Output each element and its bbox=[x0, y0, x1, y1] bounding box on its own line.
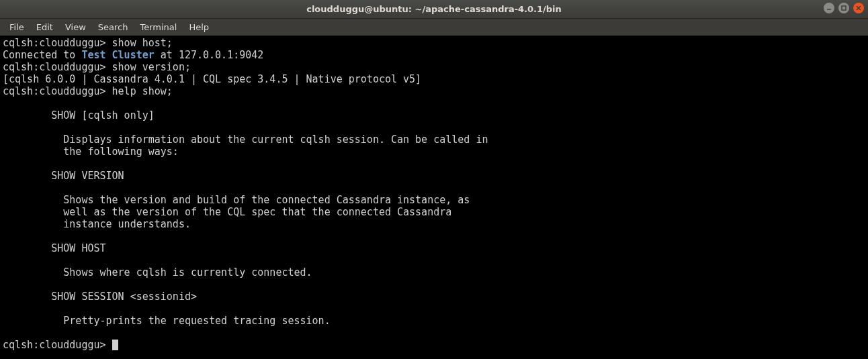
prompt: cqlsh:cloudduggu> bbox=[3, 37, 112, 49]
minimize-icon[interactable] bbox=[824, 3, 834, 13]
terminal-area[interactable]: cqlsh:cloudduggu> show host; Connected t… bbox=[0, 36, 868, 359]
command-text: show version; bbox=[112, 61, 191, 73]
terminal-line: cqlsh:cloudduggu> show host; bbox=[3, 37, 865, 49]
terminal-line: Pretty-prints the requested tracing sess… bbox=[3, 315, 865, 327]
window-controls bbox=[824, 3, 864, 13]
terminal-line: cqlsh:cloudduggu> help show; bbox=[3, 85, 865, 97]
close-icon[interactable] bbox=[853, 3, 864, 13]
terminal-line: the following ways: bbox=[3, 146, 865, 158]
menubar: File Edit View Search Terminal Help bbox=[0, 19, 868, 36]
terminal-line bbox=[3, 303, 865, 315]
terminal-line bbox=[3, 158, 865, 170]
prompt: cqlsh:cloudduggu> bbox=[3, 61, 112, 73]
menu-file[interactable]: File bbox=[4, 20, 30, 34]
terminal-line: SHOW HOST bbox=[3, 242, 865, 254]
terminal-line bbox=[3, 97, 865, 109]
terminal-line: [cqlsh 6.0.0 | Cassandra 4.0.1 | CQL spe… bbox=[3, 73, 865, 85]
terminal-line: Shows where cqlsh is currently connected… bbox=[3, 266, 865, 278]
output-text: at 127.0.0.1:9042 bbox=[155, 49, 264, 61]
terminal-line bbox=[3, 121, 865, 134]
terminal-line: Shows the version and build of the conne… bbox=[3, 194, 865, 206]
menu-edit[interactable]: Edit bbox=[31, 20, 58, 34]
maximize-icon[interactable] bbox=[838, 3, 849, 13]
terminal-line: SHOW [cqlsh only] bbox=[3, 109, 865, 121]
terminal-line bbox=[3, 182, 865, 194]
output-text: Connected to bbox=[3, 49, 81, 61]
terminal-line: SHOW SESSION <sessionid> bbox=[3, 291, 865, 303]
terminal-line: cqlsh:cloudduggu> bbox=[3, 339, 865, 351]
menu-view[interactable]: View bbox=[60, 20, 91, 34]
menu-search[interactable]: Search bbox=[93, 20, 134, 34]
menu-help[interactable]: Help bbox=[183, 20, 214, 34]
command-text: show host; bbox=[112, 37, 173, 49]
window-titlebar: cloudduggu@ubuntu: ~/apache-cassandra-4.… bbox=[0, 0, 868, 19]
cluster-name: Test Cluster bbox=[81, 49, 154, 61]
terminal-line bbox=[3, 230, 865, 242]
terminal-line: instance understands. bbox=[3, 218, 865, 230]
svg-rect-1 bbox=[842, 6, 846, 10]
terminal-line: SHOW VERSION bbox=[3, 170, 865, 182]
window-title: cloudduggu@ubuntu: ~/apache-cassandra-4.… bbox=[306, 4, 562, 14]
terminal-line: Displays information about the current c… bbox=[3, 134, 865, 146]
terminal-line: cqlsh:cloudduggu> show version; bbox=[3, 61, 865, 73]
command-text: help show; bbox=[112, 85, 173, 97]
prompt: cqlsh:cloudduggu> bbox=[3, 339, 112, 351]
terminal-line: Connected to Test Cluster at 127.0.0.1:9… bbox=[3, 49, 865, 61]
menu-terminal[interactable]: Terminal bbox=[134, 20, 182, 34]
prompt: cqlsh:cloudduggu> bbox=[3, 85, 112, 97]
terminal-line: well as the version of the CQL spec that… bbox=[3, 206, 865, 218]
terminal-line bbox=[3, 327, 865, 339]
terminal-line bbox=[3, 254, 865, 266]
cursor-icon bbox=[112, 340, 118, 350]
terminal-line bbox=[3, 278, 865, 291]
